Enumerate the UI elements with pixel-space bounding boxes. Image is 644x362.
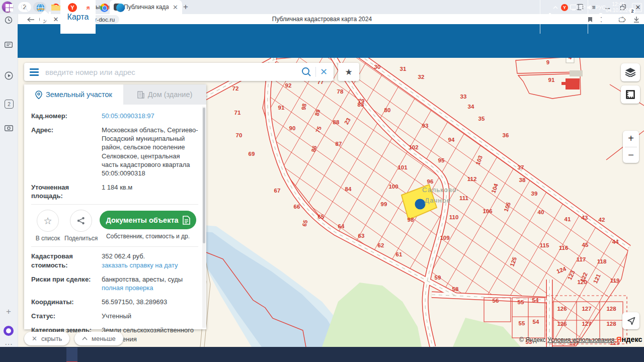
parcel-number[interactable]: 128: [606, 306, 616, 312]
parcel-number[interactable]: 64: [338, 223, 345, 229]
hide-panel-button[interactable]: ✕ скрыть: [24, 332, 69, 345]
sidebar-add-icon[interactable]: +: [4, 307, 14, 317]
parcel-number[interactable]: 42: [599, 217, 605, 223]
parcel-number[interactable]: 32: [418, 74, 425, 80]
clock[interactable]: 12:41 04.10.2024: [604, 2, 633, 14]
parcel-number[interactable]: 98: [408, 217, 414, 223]
search-icon[interactable]: [301, 67, 311, 77]
parcel-number[interactable]: 95: [438, 157, 445, 163]
parcel-number[interactable]: 45: [582, 242, 589, 248]
close-tab-icon[interactable]: ✕: [173, 4, 178, 11]
parcel-number[interactable]: 65: [318, 214, 325, 220]
favorites-button[interactable]: ★: [338, 63, 359, 81]
measure-area-button[interactable]: [621, 85, 640, 104]
parcel-number[interactable]: 118: [597, 258, 607, 264]
parcel-number[interactable]: 93: [422, 123, 429, 129]
parcel-number[interactable]: 63: [358, 233, 365, 239]
file-explorer-icon[interactable]: [51, 3, 61, 13]
parcel-number[interactable]: 36: [503, 132, 509, 138]
parcel-number[interactable]: 55: [519, 320, 525, 326]
parcel-number[interactable]: 35: [478, 116, 485, 122]
video-icon[interactable]: [4, 70, 14, 80]
parcel-number[interactable]: 67: [274, 188, 281, 194]
parcel-number[interactable]: 9: [546, 59, 549, 65]
history-icon[interactable]: [4, 15, 14, 25]
parcel-number[interactable]: 80: [384, 107, 391, 113]
parcel-number[interactable]: 101: [397, 164, 408, 170]
parcel-number[interactable]: 117: [577, 256, 586, 262]
collapse-panel-button[interactable]: меньше: [74, 332, 123, 345]
parcel-number[interactable]: 112: [467, 176, 477, 182]
parcel-number[interactable]: 116: [559, 245, 569, 251]
yandex-logo[interactable]: Яндекс: [616, 335, 642, 343]
parcel-number[interactable]: 44: [612, 239, 619, 245]
parcel-number[interactable]: 31: [400, 66, 407, 72]
parcel-number[interactable]: 91: [278, 105, 285, 111]
parcel-number[interactable]: 4: [569, 58, 572, 60]
parcel-number[interactable]: 37: [518, 164, 524, 170]
parcel-number[interactable]: 54: [533, 319, 539, 325]
parcel-number[interactable]: 111: [459, 195, 469, 201]
cadastral-number-link[interactable]: 50:05:0090318:97: [102, 112, 198, 120]
yandex-browser-icon[interactable]: Y: [67, 3, 77, 13]
volume-icon[interactable]: [585, 3, 595, 13]
tabs-count-icon[interactable]: 2: [5, 100, 14, 109]
taskbar-search-icon[interactable]: [20, 3, 30, 13]
parcel-number[interactable]: 100: [388, 184, 398, 190]
parcel-number[interactable]: 54: [532, 297, 539, 303]
parcel-number[interactable]: 66: [294, 204, 300, 210]
parcel-number[interactable]: 94: [448, 137, 455, 143]
parcel-number[interactable]: 62: [378, 242, 384, 248]
start-button[interactable]: [4, 3, 14, 13]
tab-land-parcel[interactable]: Земельный участок: [24, 84, 123, 105]
parcel-number[interactable]: 128: [606, 321, 616, 327]
layers-button[interactable]: [621, 63, 640, 81]
parcel-number[interactable]: 83: [358, 102, 364, 108]
panel-scrollbar[interactable]: [202, 107, 206, 328]
tray-yandex-icon[interactable]: Y: [559, 3, 570, 13]
parcel-number[interactable]: 87: [336, 141, 342, 147]
terms-link[interactable]: Условия использования: [547, 336, 614, 343]
parcel-number[interactable]: 78: [337, 88, 344, 95]
order-certificate-link[interactable]: заказать справку на дату: [102, 261, 198, 269]
tab-building[interactable]: Дом (здание): [123, 84, 206, 105]
parcel-number[interactable]: 119: [610, 278, 620, 284]
parcel-number[interactable]: 106: [482, 208, 492, 214]
parcel-number[interactable]: 69: [249, 151, 255, 157]
parcel-number[interactable]: 58: [452, 286, 459, 292]
clear-search-icon[interactable]: ✕: [320, 66, 328, 77]
parcel-number[interactable]: 41: [565, 216, 571, 222]
tray-chevron-icon[interactable]: [550, 3, 560, 13]
parcel-number[interactable]: 96: [427, 178, 434, 185]
download-icon[interactable]: [632, 15, 641, 24]
share-button[interactable]: [70, 210, 92, 232]
parcel-number[interactable]: 84: [345, 186, 352, 192]
geolocation-button[interactable]: [622, 312, 639, 329]
parcel-number[interactable]: 70: [236, 132, 243, 138]
browser-globe-icon[interactable]: [35, 3, 45, 13]
parcel-number[interactable]: 38: [519, 177, 526, 183]
parcel-number[interactable]: 34: [468, 104, 474, 110]
screenshot-icon[interactable]: [4, 123, 14, 133]
parcel-number[interactable]: 127: [582, 306, 591, 312]
zoom-in-button[interactable]: +: [623, 131, 639, 147]
parcel-number[interactable]: 91: [548, 77, 555, 83]
add-to-list-button[interactable]: ☆: [37, 210, 59, 232]
parcel-number[interactable]: 55: [518, 299, 524, 305]
action-center-icon[interactable]: 2: [632, 3, 642, 12]
parcel-number[interactable]: 59: [435, 275, 441, 281]
parcel-number[interactable]: 30: [374, 64, 381, 70]
alice-assistant-icon[interactable]: [4, 326, 14, 336]
parcel-number[interactable]: 90: [289, 125, 296, 131]
object-documents-button[interactable]: Документы объекта: [100, 211, 196, 229]
parcel-number[interactable]: 120: [577, 279, 587, 285]
parcel-number[interactable]: 29: [356, 58, 362, 58]
full-check-link[interactable]: полная проверка: [102, 284, 198, 292]
parcel-number[interactable]: 110: [449, 214, 459, 220]
edge-icon[interactable]: [115, 3, 125, 13]
parcel-number[interactable]: 71: [234, 110, 241, 116]
parcel-number[interactable]: 43: [582, 215, 588, 221]
parcel-number[interactable]: 92: [285, 82, 292, 88]
parcel-number[interactable]: 40: [538, 209, 544, 215]
search-input[interactable]: [44, 67, 301, 77]
